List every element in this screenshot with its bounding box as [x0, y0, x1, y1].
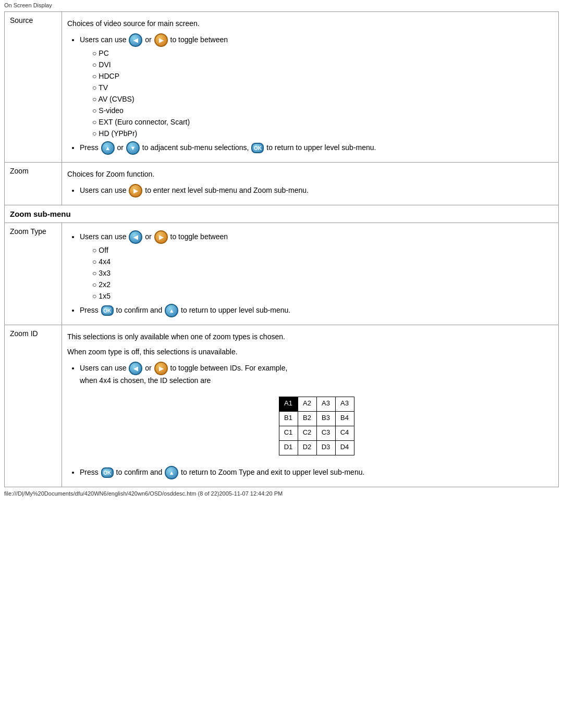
- zoom-id-line2: When zoom type is off, this selections i…: [67, 347, 553, 357]
- zoom-id-label: Zoom ID: [5, 325, 62, 487]
- zoom-submenu-header-row: Zoom sub-menu: [5, 205, 559, 223]
- zoom-bullets: Users can use ▶ to enter next level sub-…: [67, 184, 553, 198]
- source-bullet-2: Press ▲ or ▼ to adjacent sub-menu select…: [80, 141, 553, 155]
- zoom-grid-row-2: B1 B2 B3 B4: [279, 412, 354, 426]
- zoom-type-off: Off: [92, 245, 553, 256]
- right-arrow-icon: ▶: [154, 33, 168, 47]
- zoom-grid-cell-c2: C2: [298, 426, 316, 441]
- zoom-grid-cell-a1: A1: [279, 397, 298, 412]
- right-arrow-zoom-type: ▶: [154, 230, 168, 244]
- zoom-type-bullets: Users can use ◀ or ▶ to toggle between O…: [67, 230, 553, 317]
- zoom-grid-cell-c1: C1: [279, 426, 298, 441]
- zoom-type-label: Zoom Type: [5, 223, 62, 325]
- zoom-grid-cell-a3: A3: [316, 397, 335, 412]
- source-option-pc: PC: [92, 48, 553, 59]
- zoom-id-content: This selections is only available when o…: [62, 325, 559, 487]
- zoom-grid-cell-d1: D1: [279, 441, 298, 455]
- zoom-grid-cell-b2: B2: [298, 412, 316, 426]
- zoom-grid-row-4: D1 D2 D3 D4: [279, 441, 354, 455]
- left-arrow-icon: ◀: [129, 33, 142, 47]
- zoom-grid-cell-b4: B4: [335, 412, 354, 426]
- zoom-grid-cell-a2: A2: [298, 397, 316, 412]
- zoom-type-2x2: 2x2: [92, 279, 553, 290]
- source-title: Choices of video source for main screen.: [67, 18, 553, 29]
- down-icon-source: ▼: [126, 141, 140, 155]
- ok-icon-source: OK: [251, 143, 264, 153]
- zoom-id-grid: A1 A2 A3 A3 B1 B2 B3 B4: [279, 397, 354, 455]
- source-option-hdcp: HDCP: [92, 71, 553, 82]
- footer-bar: file:///D|/My%20Documents/dfu/420WN6/eng…: [4, 490, 559, 497]
- left-arrow-zoom-id: ◀: [129, 362, 142, 375]
- source-option-tv: TV: [92, 82, 553, 93]
- source-option-dvi: DVI: [92, 59, 553, 70]
- source-bullets: Users can use ◀ or ▶ to toggle between P…: [67, 33, 553, 155]
- zoom-grid-cell-b3: B3: [316, 412, 335, 426]
- zoom-row: Zoom Choices for Zoom function. Users ca…: [5, 163, 559, 205]
- zoom-type-content: Users can use ◀ or ▶ to toggle between O…: [62, 223, 559, 325]
- page-title: On Screen Display: [4, 2, 52, 8]
- zoom-id-bullet-2: Press OK to confirm and ▲ to return to Z…: [80, 466, 553, 479]
- left-arrow-zoom-type: ◀: [129, 230, 142, 244]
- zoom-grid-cell-a3b: A3: [335, 397, 354, 412]
- zoom-grid-cell-d3: D3: [316, 441, 335, 455]
- right-arrow-zoom: ▶: [129, 184, 142, 198]
- main-table: Source Choices of video source for main …: [4, 11, 559, 487]
- zoom-type-bullet-2: Press OK to confirm and ▲ to return to u…: [80, 304, 553, 317]
- zoom-id-line1: This selections is only available when o…: [67, 331, 553, 342]
- zoom-type-4x4: 4x4: [92, 256, 553, 267]
- up-icon-zoom-type: ▲: [165, 304, 178, 317]
- zoom-type-3x3: 3x3: [92, 268, 553, 279]
- ok-icon-zoom-type: OK: [101, 305, 114, 316]
- zoom-type-options: Off 4x4 3x3 2x2 1x5: [80, 245, 553, 302]
- ok-icon-zoom-id: OK: [101, 467, 114, 478]
- up-icon-zoom-id: ▲: [165, 466, 178, 479]
- zoom-grid-cell-c3: C3: [316, 426, 335, 441]
- up-icon-source: ▲: [101, 141, 115, 155]
- source-option-svideo: S-video: [92, 105, 553, 116]
- zoom-submenu-header: Zoom sub-menu: [5, 205, 559, 223]
- right-arrow-zoom-id: ▶: [154, 362, 168, 375]
- zoom-grid-cell-c4: C4: [335, 426, 354, 441]
- zoom-grid-cell-b1: B1: [279, 412, 298, 426]
- zoom-id-row: Zoom ID This selections is only availabl…: [5, 325, 559, 487]
- zoom-content: Choices for Zoom function. Users can use…: [62, 163, 559, 205]
- zoom-type-1x5: 1x5: [92, 291, 553, 302]
- zoom-id-bullets: Users can use ◀ or ▶ to toggle between I…: [67, 362, 553, 479]
- zoom-grid-cell-d4: D4: [335, 441, 354, 455]
- source-option-hd: HD (YPbPr): [92, 128, 553, 139]
- source-option-av: AV (CVBS): [92, 94, 553, 105]
- zoom-type-row: Zoom Type Users can use ◀ or ▶ to toggle…: [5, 223, 559, 325]
- source-row: Source Choices of video source for main …: [5, 12, 559, 163]
- zoom-grid-cell-d2: D2: [298, 441, 316, 455]
- top-bar: On Screen Display: [4, 2, 559, 8]
- zoom-grid-row-3: C1 C2 C3 C4: [279, 426, 354, 441]
- zoom-label: Zoom: [5, 163, 62, 205]
- zoom-title: Choices for Zoom function.: [67, 169, 553, 180]
- source-option-ext: EXT (Euro connector, Scart): [92, 117, 553, 128]
- zoom-type-bullet-1: Users can use ◀ or ▶ to toggle between O…: [80, 230, 553, 302]
- source-bullet-1: Users can use ◀ or ▶ to toggle between P…: [80, 33, 553, 139]
- zoom-grid-row-1: A1 A2 A3 A3: [279, 397, 354, 412]
- source-content: Choices of video source for main screen.…: [62, 12, 559, 163]
- source-label: Source: [5, 12, 62, 163]
- footer-text: file:///D|/My%20Documents/dfu/420WN6/eng…: [4, 490, 283, 497]
- zoom-bullet-1: Users can use ▶ to enter next level sub-…: [80, 184, 553, 198]
- zoom-id-bullet-1: Users can use ◀ or ▶ to toggle between I…: [80, 362, 553, 461]
- source-options: PC DVI HDCP TV AV (CVBS) S-video EXT (Eu…: [80, 48, 553, 139]
